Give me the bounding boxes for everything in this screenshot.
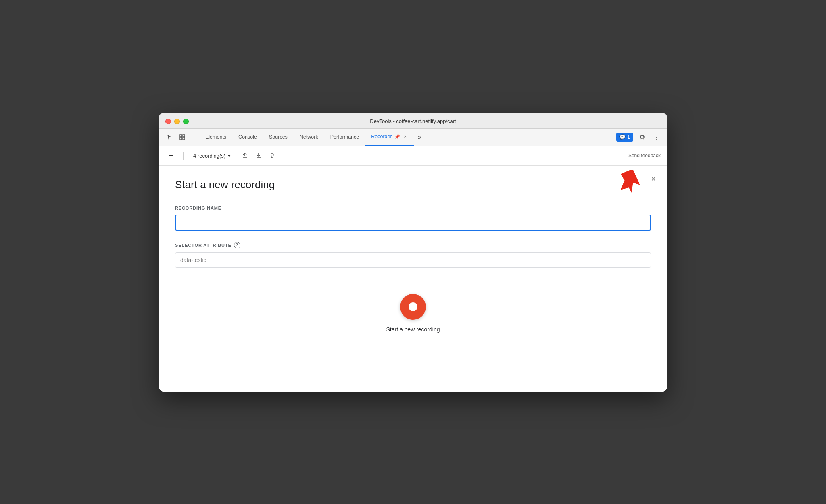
svg-rect-1 <box>183 135 185 137</box>
send-feedback-link[interactable]: Send feedback <box>628 153 661 158</box>
recording-name-section: RECORDING NAME <box>175 206 651 231</box>
dropdown-chevron-icon: ▾ <box>228 153 231 159</box>
svg-marker-5 <box>621 170 645 194</box>
more-options-button[interactable]: ⋮ <box>651 131 662 143</box>
recordings-dropdown[interactable]: 4 recording(s) ▾ <box>190 151 234 160</box>
recorder-toolbar: + 4 recording(s) ▾ Send f <box>159 146 667 166</box>
window-title: DevTools - coffee-cart.netlify.app/cart <box>370 118 456 124</box>
selector-attribute-input[interactable] <box>175 252 651 268</box>
toolbar-icons <box>164 131 188 143</box>
tab-close-icon[interactable]: × <box>403 134 408 140</box>
add-recording-button[interactable]: + <box>165 150 177 161</box>
devtools-toolbar: Elements Console Sources Network Perform… <box>159 129 667 146</box>
svg-rect-3 <box>183 137 185 140</box>
tab-sources[interactable]: Sources <box>263 128 293 146</box>
svg-rect-2 <box>180 137 182 140</box>
recorder-pin-icon: 📌 <box>394 134 400 140</box>
delete-button[interactable] <box>266 150 278 162</box>
traffic-lights <box>165 119 189 124</box>
close-button[interactable] <box>165 119 171 124</box>
export-button[interactable] <box>239 150 251 162</box>
tabs: Elements Console Sources Network Perform… <box>200 128 616 146</box>
tab-console[interactable]: Console <box>233 128 263 146</box>
recorder-actions <box>239 150 278 162</box>
recordings-divider <box>183 152 184 160</box>
import-button[interactable] <box>252 150 265 162</box>
devtools-window: DevTools - coffee-cart.netlify.app/cart <box>159 113 667 392</box>
feedback-badge-button[interactable]: 💬 1 <box>616 133 633 142</box>
close-icon: × <box>651 175 656 183</box>
tab-network[interactable]: Network <box>294 128 324 146</box>
main-content: × Start a new recording RECORDING NAME S… <box>159 166 667 392</box>
record-inner-dot <box>409 302 417 311</box>
recording-name-input[interactable] <box>175 215 651 231</box>
svg-rect-0 <box>180 135 182 137</box>
red-arrow-indicator <box>621 170 645 194</box>
chat-icon: 💬 <box>620 134 626 140</box>
title-bar: DevTools - coffee-cart.netlify.app/cart <box>159 113 667 129</box>
start-recording-label: Start a new recording <box>386 326 440 333</box>
close-panel-button[interactable]: × <box>648 174 659 185</box>
toolbar-right: 💬 1 ⚙ ⋮ <box>616 131 662 143</box>
record-section: Start a new recording <box>175 294 651 341</box>
inspect-icon-btn[interactable] <box>177 131 188 143</box>
more-icon: ⋮ <box>653 133 660 141</box>
tab-recorder[interactable]: Recorder 📌 × <box>365 128 413 146</box>
toolbar-divider <box>196 133 196 141</box>
recording-name-label: RECORDING NAME <box>175 206 651 210</box>
minimize-button[interactable] <box>174 119 180 124</box>
more-tabs-button[interactable]: » <box>415 132 425 142</box>
selector-help-icon[interactable]: ? <box>234 242 240 248</box>
start-recording-button[interactable] <box>400 294 426 320</box>
gear-icon: ⚙ <box>639 133 645 141</box>
tab-elements[interactable]: Elements <box>200 128 232 146</box>
panel-title: Start a new recording <box>175 179 651 191</box>
maximize-button[interactable] <box>183 119 189 124</box>
selector-attribute-section: SELECTOR ATTRIBUTE ? <box>175 242 651 268</box>
settings-button[interactable]: ⚙ <box>636 131 648 143</box>
tab-performance[interactable]: Performance <box>325 128 365 146</box>
selector-attribute-label: SELECTOR ATTRIBUTE ? <box>175 242 651 248</box>
section-divider <box>175 281 651 281</box>
cursor-icon-btn[interactable] <box>164 131 175 143</box>
